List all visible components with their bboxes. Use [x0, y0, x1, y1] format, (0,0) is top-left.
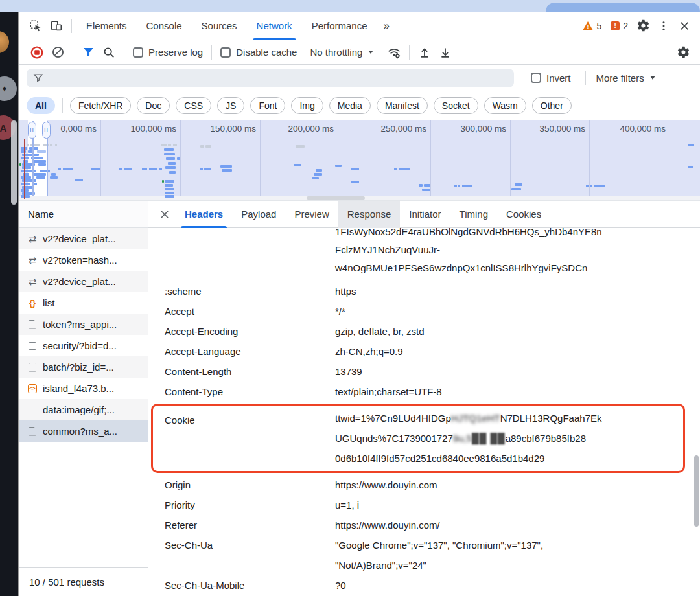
header-value[interactable]: text/plain;charset=UTF-8 — [335, 382, 688, 402]
browser-top-strip — [0, 0, 700, 12]
detail-tab-initiator[interactable]: Initiator — [400, 201, 450, 228]
detail-tab-headers[interactable]: Headers — [176, 201, 232, 228]
tab-network[interactable]: Network — [247, 12, 302, 40]
filter-icon[interactable] — [78, 43, 99, 62]
record-network-log-icon[interactable] — [27, 43, 47, 62]
detail-tab-strip: HeadersPayloadPreviewResponseInitiatorTi… — [148, 201, 700, 228]
header-value[interactable]: gzip, deflate, br, zstd — [335, 321, 688, 341]
header-value[interactable]: ?0 — [335, 575, 688, 595]
header-value[interactable]: zh-CN,zh;q=0.9 — [335, 341, 688, 361]
issues-badge[interactable]: ! 2 — [611, 21, 628, 31]
preserve-log-checkbox[interactable] — [133, 47, 143, 58]
header-value[interactable]: u=1, i — [335, 495, 688, 515]
name-column-header[interactable]: Name — [19, 201, 148, 228]
tab-elements[interactable]: Elements — [76, 12, 137, 40]
detail-tab-timing[interactable]: Timing — [450, 201, 497, 228]
timeline-hscrollbar[interactable] — [19, 196, 700, 200]
value-line: https://www.douyin.com — [335, 478, 688, 492]
header-value[interactable]: ttwid=1%7Cn9LUd4HfDGpHJTQ1eHTN7DLH13RQgF… — [335, 408, 683, 468]
request-row[interactable]: <>island_f4a73.b... — [19, 378, 148, 399]
filter-chip-doc[interactable]: Doc — [137, 97, 170, 114]
warnings-badge[interactable]: ! 5 — [583, 21, 601, 31]
header-row: Sec-Ch-Ua"Google Chrome";v="137", "Chrom… — [165, 535, 700, 575]
detail-tab-cookies[interactable]: Cookies — [497, 201, 550, 228]
network-conditions-icon[interactable] — [384, 43, 404, 62]
selection-handle[interactable]: II — [42, 122, 51, 139]
sidebar-scrollbar[interactable] — [11, 120, 17, 205]
request-row[interactable]: ⇄v2?device_plat... — [19, 271, 148, 292]
timeline-hscroll-thumb[interactable] — [307, 196, 365, 200]
settings-gear-icon[interactable] — [633, 16, 653, 36]
tab-performance[interactable]: Performance — [302, 12, 377, 40]
request-row[interactable]: {}list — [19, 292, 148, 314]
request-row[interactable]: security/?bid=d... — [19, 335, 148, 356]
close-detail-icon[interactable] — [154, 201, 176, 228]
tab-console[interactable]: Console — [137, 12, 192, 40]
header-value[interactable]: https://www.douyin.com — [335, 475, 688, 495]
header-row: Sec-Ch-Ua-Mobile?0 — [165, 575, 700, 595]
import-har-icon[interactable] — [414, 43, 435, 62]
waterfall-bar — [165, 184, 173, 187]
header-value[interactable]: 13739 — [335, 361, 688, 382]
filter-chip-img[interactable]: Img — [291, 97, 323, 114]
network-overview-timeline[interactable]: 0,000 ms100,000 ms150,000 ms200,000 ms25… — [19, 120, 700, 201]
detail-scrollbar[interactable] — [694, 455, 699, 527]
filter-chip-all[interactable]: All — [27, 97, 55, 114]
network-settings-gear-icon[interactable] — [673, 43, 694, 62]
throttling-select[interactable]: No throttling — [310, 47, 373, 58]
value-line: FclzMYJ1NchZuqVuuJr- — [335, 241, 688, 259]
more-filters-button[interactable]: More filters — [596, 73, 655, 84]
request-name: data:image/gif;... — [43, 404, 115, 415]
toolbar-separator — [668, 45, 668, 60]
device-toolbar-icon[interactable] — [46, 16, 67, 36]
value-line: 1FIsWyNox52dE4raUBhOlNgdGNVdRbH6HQs_yhDb… — [335, 228, 688, 241]
detail-tab-response[interactable]: Response — [338, 201, 401, 228]
request-row[interactable]: token?ms_appi... — [19, 314, 148, 335]
waterfall-bar — [200, 145, 204, 148]
close-devtools-icon[interactable] — [674, 16, 695, 36]
sparkle-avatar[interactable]: ✦ — [0, 76, 17, 101]
tab-sources[interactable]: Sources — [192, 12, 247, 40]
waterfall-bar — [173, 144, 177, 146]
kebab-menu-icon[interactable] — [653, 16, 674, 36]
request-row[interactable]: ⇄v2?token=hash... — [19, 249, 148, 271]
filter-chip-socket[interactable]: Socket — [434, 97, 478, 114]
inspect-element-icon[interactable] — [25, 16, 46, 36]
request-row[interactable]: ⇄v2?device_plat... — [19, 228, 148, 249]
timeline-gridline — [100, 120, 101, 196]
value-text: "Not/A)Brand";v="24" — [335, 560, 426, 571]
filter-chip-css[interactable]: CSS — [176, 97, 211, 114]
disable-cache-checkbox[interactable] — [220, 47, 231, 58]
export-har-icon[interactable] — [435, 43, 456, 62]
requests-status-bar: 10 / 501 requests — [19, 567, 148, 596]
filter-chip-media[interactable]: Media — [329, 97, 371, 114]
detail-tab-preview[interactable]: Preview — [285, 201, 338, 228]
search-icon[interactable] — [99, 43, 119, 62]
waterfall-bar — [36, 176, 45, 179]
filter-chip-fetch-xhr[interactable]: Fetch/XHR — [70, 97, 131, 114]
request-row[interactable]: common?ms_a... — [19, 420, 148, 442]
header-value[interactable]: */* — [335, 301, 688, 321]
filter-chip-wasm[interactable]: Wasm — [484, 97, 526, 114]
invert-checkbox[interactable] — [531, 73, 541, 83]
request-row[interactable]: batch/?biz_id=... — [19, 356, 148, 378]
selection-handle[interactable]: II — [28, 122, 36, 139]
filter-chip-font[interactable]: Font — [250, 97, 285, 114]
avatar[interactable] — [0, 31, 9, 53]
clear-network-log-icon[interactable] — [47, 43, 68, 62]
filter-chip-manifest[interactable]: Manifest — [377, 97, 428, 114]
value-text: https://www.douyin.com/ — [335, 520, 440, 531]
header-value[interactable]: https — [335, 281, 688, 301]
more-panels-button[interactable]: » — [377, 19, 396, 32]
header-value[interactable]: https://www.douyin.com/ — [335, 515, 688, 535]
header-value[interactable]: "Google Chrome";v="137", "Chromium";v="1… — [335, 535, 688, 575]
filter-chip-js[interactable]: JS — [217, 97, 244, 114]
filter-input[interactable] — [49, 73, 508, 83]
filter-chip-other[interactable]: Other — [532, 97, 572, 114]
request-row[interactable]: data:image/gif;... — [19, 399, 148, 420]
waterfall-bar — [165, 180, 174, 183]
detail-tab-payload[interactable]: Payload — [232, 201, 285, 228]
timeline-time-label: 0,000 ms — [60, 124, 97, 133]
filter-field[interactable] — [27, 69, 514, 87]
timeline-time-label: 400,000 ms — [620, 124, 666, 133]
